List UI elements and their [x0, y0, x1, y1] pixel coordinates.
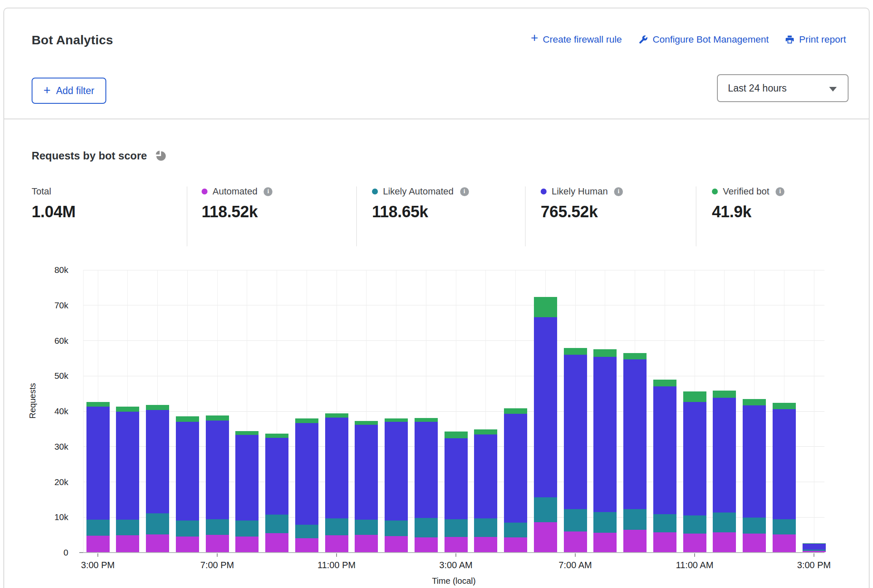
bar-segment-likely-automated: [743, 518, 766, 534]
bar-segment-verified-bot: [415, 418, 438, 422]
bar-segment-likely-automated: [146, 513, 169, 534]
bar-4[interactable]: [206, 415, 229, 552]
pie-chart-icon: [154, 149, 167, 163]
bar-segment-automated: [653, 532, 676, 552]
bar-segment-automated: [146, 534, 169, 552]
bar-2[interactable]: [146, 405, 169, 552]
bar-10[interactable]: [385, 418, 408, 552]
bar-segment-likely-automated: [773, 519, 796, 534]
bar-segment-likely-automated: [176, 521, 199, 537]
bar-segment-verified-bot: [623, 353, 647, 359]
bar-11[interactable]: [415, 418, 438, 552]
bar-segment-likely-human: [146, 410, 169, 513]
action-label: Create firewall rule: [543, 34, 622, 45]
stat-likely-automated: Likely Automated118.65k: [372, 186, 520, 221]
x-tick-label: 7:00 PM: [177, 560, 257, 571]
stat-label-row: Likely Automated: [372, 186, 520, 197]
bar-1[interactable]: [116, 407, 139, 552]
bar-21[interactable]: [713, 391, 736, 552]
bar-segment-verified-bot: [235, 431, 259, 435]
stat-label: Automated: [213, 186, 257, 197]
bar-23[interactable]: [773, 403, 796, 552]
header-divider: [4, 119, 869, 119]
stat-column-divider: [525, 186, 525, 246]
legend-dot-verified-bot: [712, 189, 718, 194]
action-create-firewall-rule[interactable]: +Create firewall rule: [531, 34, 622, 45]
bar-7[interactable]: [295, 418, 318, 552]
bar-14[interactable]: [504, 408, 527, 552]
bar-15[interactable]: [534, 297, 557, 552]
bar-3[interactable]: [176, 416, 199, 552]
bar-segment-automated: [623, 530, 647, 552]
bar-19[interactable]: [653, 380, 676, 552]
bar-segment-likely-human: [623, 359, 647, 509]
x-tick-mark: [97, 553, 98, 557]
action-configure-bot-management[interactable]: Configure Bot Management: [638, 34, 769, 45]
bar-16[interactable]: [564, 348, 587, 552]
y-gridline: [83, 376, 824, 376]
section-title-row: Requests by bot score: [32, 148, 167, 163]
action-label: Print report: [799, 34, 846, 45]
bar-segment-likely-human: [593, 357, 617, 512]
bar-9[interactable]: [355, 421, 378, 552]
bar-segment-verified-bot: [325, 413, 348, 418]
bar-segment-verified-bot: [176, 416, 199, 422]
x-gridline: [814, 270, 814, 553]
bar-segment-likely-automated: [534, 497, 557, 522]
bar-17[interactable]: [593, 349, 617, 552]
bar-segment-likely-automated: [325, 518, 348, 535]
y-tick-label: 20k: [17, 477, 68, 487]
bar-6[interactable]: [265, 434, 288, 552]
bar-segment-likely-human: [385, 422, 408, 521]
bar-segment-likely-human: [653, 386, 676, 514]
x-tick-mark: [217, 553, 218, 557]
info-icon[interactable]: [776, 187, 784, 196]
stat-value: 1.04M: [32, 203, 179, 221]
bar-18[interactable]: [623, 353, 647, 552]
bar-segment-automated: [445, 537, 468, 552]
bar-8[interactable]: [325, 413, 348, 552]
header-actions: +Create firewall ruleConfigure Bot Manag…: [531, 34, 846, 45]
info-icon[interactable]: [614, 187, 623, 196]
bar-segment-likely-automated: [713, 512, 736, 532]
section-title: Requests by bot score: [32, 150, 147, 162]
bar-20[interactable]: [683, 391, 706, 552]
bar-segment-likely-automated: [86, 520, 110, 536]
bar-22[interactable]: [743, 399, 766, 552]
bar-segment-likely-automated: [415, 518, 438, 537]
bar-0[interactable]: [86, 402, 110, 552]
bar-12[interactable]: [445, 432, 468, 552]
bar-segment-verified-bot: [534, 297, 557, 317]
info-icon[interactable]: [460, 187, 469, 196]
bar-segment-likely-human: [683, 402, 706, 515]
x-tick-label: 3:00 PM: [58, 560, 138, 571]
stat-likely-human: Likely Human765.52k: [541, 186, 688, 221]
stat-label-row: Total: [32, 186, 179, 197]
y-tick-label: 60k: [17, 336, 68, 346]
bar-segment-likely-automated: [235, 521, 259, 537]
time-range-select[interactable]: Last 24 hours: [717, 74, 849, 102]
bar-24[interactable]: [803, 543, 826, 552]
add-filter-button[interactable]: + Add filter: [32, 78, 106, 104]
stat-label: Verified bot: [723, 186, 769, 197]
bar-segment-likely-automated: [593, 512, 617, 533]
bar-segment-automated: [116, 535, 139, 552]
y-gridline: [83, 340, 824, 341]
stat-value: 118.65k: [372, 203, 520, 221]
bar-segment-likely-automated: [445, 519, 468, 537]
bar-segment-automated: [593, 533, 617, 552]
bar-segment-likely-human: [445, 438, 468, 519]
bar-segment-automated: [86, 536, 110, 552]
x-tick-mark: [336, 553, 337, 557]
bot-analytics-page: Bot Analytics +Create firewall ruleConfi…: [0, 0, 873, 588]
bar-segment-automated: [355, 535, 378, 552]
bar-segment-verified-bot: [743, 399, 766, 405]
info-icon[interactable]: [264, 187, 272, 196]
action-print-report[interactable]: Print report: [785, 34, 846, 45]
bar-5[interactable]: [235, 431, 259, 552]
bar-segment-likely-automated: [683, 515, 706, 534]
bar-13[interactable]: [474, 429, 497, 552]
bar-segment-verified-bot: [713, 391, 736, 398]
bar-segment-verified-bot: [385, 418, 408, 422]
bar-segment-likely-human: [295, 423, 318, 524]
